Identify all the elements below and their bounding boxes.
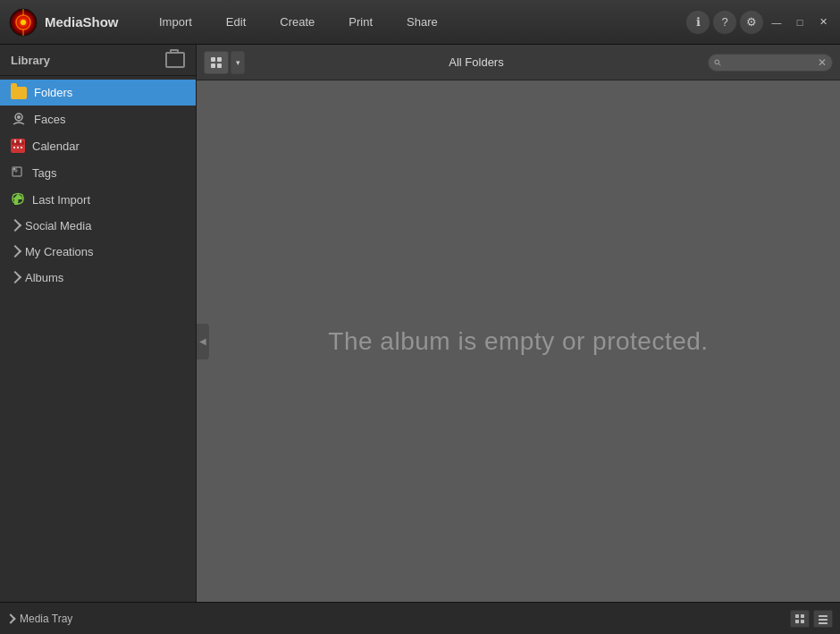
sidebar-item-last-import[interactable]: ↓ Last Import xyxy=(0,186,196,213)
nav-create[interactable]: Create xyxy=(264,8,331,37)
resize-arrow-icon: ◀ xyxy=(199,336,206,346)
content-toolbar: ▾ All Folders ✕ xyxy=(197,45,840,80)
empty-message: The album is empty or protected. xyxy=(328,327,708,356)
faces-icon xyxy=(11,112,27,126)
svg-rect-29 xyxy=(795,620,799,623)
sidebar-item-folders-label: Folders xyxy=(34,86,72,99)
view-toggle: ▾ xyxy=(204,51,245,74)
chevron-right-icon xyxy=(9,244,21,257)
app-logo-area: MediaShow xyxy=(0,8,143,37)
search-input[interactable] xyxy=(725,56,814,69)
media-tray-toggle[interactable]: Media Tray xyxy=(7,613,72,625)
title-bar-controls: ℹ ? ⚙ — □ ✕ xyxy=(686,11,840,34)
app-logo-icon xyxy=(9,8,38,37)
library-label: Library xyxy=(11,54,50,67)
search-icon xyxy=(714,57,721,68)
svg-rect-13 xyxy=(21,147,22,148)
sidebar-group-albums-label: Albums xyxy=(25,271,63,284)
app-title: MediaShow xyxy=(45,14,119,30)
resize-handle[interactable]: ◀ xyxy=(197,324,209,359)
view-grid-button[interactable] xyxy=(204,51,229,74)
tray-list-button[interactable] xyxy=(813,610,833,628)
svg-rect-24 xyxy=(217,63,222,68)
sidebar-item-last-import-label: Last Import xyxy=(32,193,90,207)
svg-rect-10 xyxy=(20,139,21,143)
sidebar-item-tags[interactable]: Tags xyxy=(0,159,196,186)
svg-rect-23 xyxy=(211,63,215,68)
content-main: ◀ The album is empty or protected. xyxy=(197,80,840,602)
svg-rect-8 xyxy=(12,141,24,145)
sidebar-group-albums[interactable]: Albums xyxy=(0,265,196,291)
nav-edit[interactable]: Edit xyxy=(210,8,262,37)
svg-point-2 xyxy=(21,20,26,25)
search-box[interactable]: ✕ xyxy=(708,54,833,72)
calendar-icon xyxy=(11,139,25,153)
tags-icon xyxy=(11,165,25,180)
lastimport-icon: ↓ xyxy=(11,192,25,207)
sidebar: Library Folders Faces xyxy=(0,45,197,602)
nav-menu: Import Edit Create Print Share xyxy=(143,0,686,44)
sidebar-group-social-media-label: Social Media xyxy=(25,219,91,232)
maximize-button[interactable]: □ xyxy=(790,13,810,32)
close-button[interactable]: ✕ xyxy=(813,13,833,32)
nav-import[interactable]: Import xyxy=(143,8,208,37)
tray-grid-button[interactable] xyxy=(790,610,810,628)
svg-rect-22 xyxy=(217,57,222,62)
media-tray-label: Media Tray xyxy=(20,613,72,625)
svg-rect-30 xyxy=(801,620,804,623)
content-area: ▾ All Folders ✕ ◀ The album is empty or … xyxy=(197,45,840,602)
sidebar-group-social-media[interactable]: Social Media xyxy=(0,213,196,239)
svg-rect-32 xyxy=(819,619,827,621)
info-button[interactable]: ℹ xyxy=(686,11,710,34)
library-icon xyxy=(165,52,185,68)
sidebar-group-my-creations[interactable]: My Creations xyxy=(0,239,196,265)
svg-point-6 xyxy=(17,115,21,119)
sidebar-item-faces-label: Faces xyxy=(34,113,65,126)
svg-rect-11 xyxy=(13,147,15,148)
sidebar-item-faces[interactable]: Faces xyxy=(0,106,196,132)
svg-text:↓: ↓ xyxy=(16,196,20,204)
svg-rect-9 xyxy=(14,139,16,143)
sidebar-item-calendar[interactable]: Calendar xyxy=(0,132,196,159)
bottom-bar: Media Tray xyxy=(0,602,840,634)
search-clear-button[interactable]: ✕ xyxy=(818,56,827,69)
title-bar: MediaShow Import Edit Create Print Share… xyxy=(0,0,840,45)
minimize-button[interactable]: — xyxy=(767,13,786,32)
main-layout: Library Folders Faces xyxy=(0,45,840,602)
library-header: Library xyxy=(0,45,196,76)
view-dropdown-button[interactable]: ▾ xyxy=(231,51,245,74)
svg-point-17 xyxy=(13,168,15,170)
svg-rect-27 xyxy=(795,614,799,618)
svg-rect-33 xyxy=(819,622,827,624)
sidebar-group-my-creations-label: My Creations xyxy=(25,245,94,258)
sidebar-items: Folders Faces xyxy=(0,76,196,602)
svg-rect-21 xyxy=(211,57,215,62)
nav-share[interactable]: Share xyxy=(391,8,454,37)
settings-button[interactable]: ⚙ xyxy=(740,11,763,34)
sidebar-item-calendar-label: Calendar xyxy=(32,139,80,153)
svg-rect-12 xyxy=(17,147,19,148)
chevron-right-icon xyxy=(9,270,21,283)
bottom-bar-right xyxy=(790,610,833,628)
folder-icon xyxy=(11,87,27,99)
sidebar-item-tags-label: Tags xyxy=(32,166,56,180)
folder-label: All Folders xyxy=(250,55,702,69)
chevron-right-icon xyxy=(9,218,21,231)
svg-point-25 xyxy=(715,60,719,64)
svg-line-26 xyxy=(718,63,720,65)
svg-rect-31 xyxy=(819,615,827,617)
help-button[interactable]: ? xyxy=(713,11,736,34)
svg-rect-28 xyxy=(801,614,804,618)
nav-print[interactable]: Print xyxy=(332,8,389,37)
sidebar-item-folders[interactable]: Folders xyxy=(0,80,196,106)
tray-chevron-icon xyxy=(5,613,15,623)
